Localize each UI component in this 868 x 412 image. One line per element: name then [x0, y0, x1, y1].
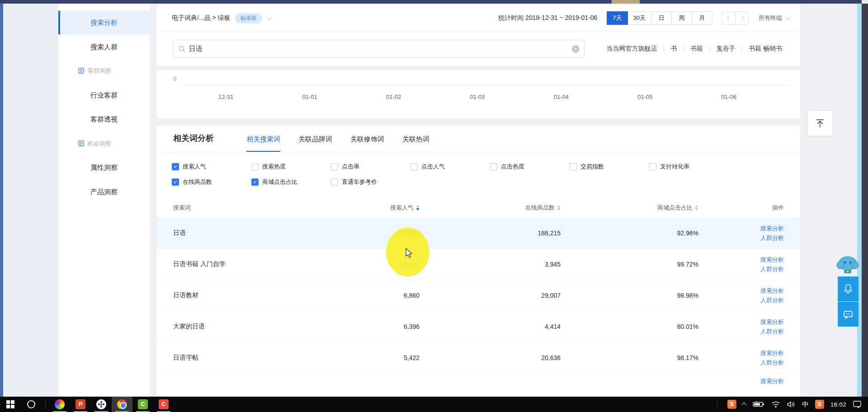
search-input[interactable] — [189, 45, 568, 53]
x-axis-tick: 01-05 — [603, 94, 687, 100]
sogou-icon: S — [815, 400, 824, 409]
col-mall-ratio[interactable]: 商城点击占比 — [561, 204, 698, 212]
y-axis-tick-zero: 0 — [173, 75, 176, 82]
range-button[interactable]: 月 — [692, 11, 712, 25]
breadcrumb-row: 电子词典/...品 > 绿板 标准版 统计时间 2018-12-31 ~ 201… — [157, 5, 800, 32]
tab[interactable]: 关联热词 — [402, 135, 429, 152]
metric-checkbox[interactable]: ✓ 支付转化率 — [649, 163, 729, 171]
media-app-button[interactable] — [91, 397, 112, 412]
crowd-analysis-link[interactable]: 人群分析 — [760, 265, 784, 273]
chevron-down-icon[interactable] — [266, 15, 271, 20]
metric-checkbox[interactable]: ✓ 商城点击占比 — [251, 178, 331, 186]
table-row[interactable]: 日语教材 6,860 29,007 98.98% 搜索分析 人群分析 — [157, 280, 800, 311]
metric-label: 点击率 — [342, 163, 359, 171]
camtasia-recorder-button[interactable]: C — [153, 397, 174, 412]
range-button[interactable]: 日 — [651, 11, 672, 25]
cortana-button[interactable] — [21, 397, 42, 412]
metric-checkbox[interactable]: ✓ 点击人气 — [410, 163, 490, 171]
crowd-analysis-link[interactable]: 人群分析 — [760, 328, 784, 336]
customer-service-chat-button[interactable] — [838, 302, 859, 327]
version-badge[interactable]: 标准版 — [235, 13, 262, 23]
action-center-button[interactable] — [853, 400, 862, 408]
back-to-top-button[interactable] — [807, 111, 833, 136]
cell-ratio: 99.72% — [561, 261, 698, 268]
quick-links: 当当网官方旗舰店| 书| 书籍| 鬼谷子| 书籍 畅销书| — [607, 45, 782, 53]
quick-link[interactable]: 书 — [670, 45, 677, 53]
prev-range-button[interactable] — [722, 11, 736, 25]
chevron-up-icon — [741, 403, 746, 407]
table-header: 搜索词 搜索人气 在线商品数 商城点击占比 操作 — [157, 198, 800, 218]
sidebar-item[interactable]: 客群透视 — [58, 107, 150, 131]
notification-bell-button[interactable] — [838, 276, 859, 301]
quick-link[interactable]: 鬼谷子 — [716, 45, 735, 53]
wifi-button[interactable] — [771, 401, 780, 408]
sidebar-item[interactable]: 客群洞察 — [58, 59, 150, 83]
tab[interactable]: 关联修饰词 — [350, 135, 384, 152]
col-products[interactable]: 在线商品数 — [420, 204, 561, 212]
sort-icon — [695, 205, 698, 211]
search-analysis-link[interactable]: 搜索分析 — [760, 318, 784, 326]
search-icon — [179, 46, 186, 53]
metric-checkbox[interactable]: ✓ 直通车参考价 — [331, 178, 410, 186]
next-range-button[interactable] — [735, 11, 749, 25]
x-axis-tick: 01-01 — [268, 94, 351, 100]
sidebar-item[interactable]: 产品洞察 — [58, 180, 150, 204]
related-words-card: 相关词分析 相关搜索词 关联品牌词 关联修饰词 关联热词 ✓ 搜索人气 — [157, 126, 800, 397]
metric-checkbox[interactable]: ✓ 点击热度 — [490, 163, 570, 171]
crowd-analysis-link[interactable]: 人群分析 — [760, 234, 784, 242]
sidebar-item[interactable]: 行业客群 — [58, 83, 150, 108]
sidebar-item[interactable]: 搜索分析 — [58, 10, 150, 35]
ime-indicator[interactable]: 中 — [802, 400, 809, 409]
metric-checkbox[interactable]: ✓ 搜索人气 — [172, 163, 251, 171]
sidebar-item[interactable]: 机会洞察 — [58, 131, 150, 156]
range-button[interactable]: 7天 — [607, 11, 627, 25]
sogou-tray-button[interactable]: S — [727, 400, 736, 409]
cell-keyword: 日语 — [173, 229, 322, 237]
tab[interactable]: 关联品牌词 — [298, 135, 332, 152]
chrome-app-button[interactable] — [112, 397, 132, 412]
table-row[interactable]: 日语 10,994 188,215 92.96% 搜索分析 人群分析 — [157, 218, 800, 249]
table-row[interactable]: 日语书籍 入门自学 10,480 3,945 99.72% 搜索分析 人群分析 — [157, 249, 800, 280]
search-analysis-link[interactable]: 搜索分析 — [760, 225, 784, 233]
sidebar-item[interactable]: 搜索人群 — [58, 35, 150, 59]
battery-button[interactable] — [753, 401, 765, 407]
metric-label: 支付转化率 — [660, 163, 689, 171]
search-analysis-link[interactable]: 搜索分析 — [760, 377, 784, 385]
sidebar-item[interactable]: 属性洞察 — [58, 155, 150, 180]
range-button[interactable]: 30天 — [627, 11, 651, 25]
x-axis-tick: 01-02 — [352, 94, 435, 100]
camtasia-app-button[interactable]: C — [132, 397, 153, 412]
time-controls: 统计时间 2018-12-31 ~ 2019-01-06 7天 30天 日 周 … — [498, 11, 789, 25]
start-button[interactable] — [0, 397, 21, 412]
cell-popularity: 6,860 — [322, 292, 420, 299]
clear-search-icon[interactable]: × — [572, 45, 580, 53]
metric-checkbox[interactable]: ✓ 搜索热度 — [251, 163, 331, 171]
photos-app-button[interactable] — [49, 397, 70, 412]
volume-button[interactable] — [787, 401, 796, 408]
metric-checkbox[interactable]: ✓ 在线商品数 — [172, 178, 251, 186]
table-row[interactable]: 日语字帖 5,422 20,636 98.17% 搜索分析 人群分析 — [157, 342, 800, 374]
crowd-analysis-link[interactable]: 人群分析 — [760, 296, 784, 304]
metric-checkbox[interactable]: ✓ 交易指数 — [570, 163, 649, 171]
quick-link[interactable]: 书籍 — [690, 45, 703, 53]
search-analysis-link[interactable]: 搜索分析 — [760, 256, 784, 264]
table-row[interactable]: 大家的日语 6,396 4,414 80.01% 搜索分析 人群分析 — [157, 311, 800, 342]
quick-link[interactable]: 书籍 畅销书 — [749, 45, 782, 53]
cell-products: 20,636 — [420, 354, 561, 361]
col-popularity[interactable]: 搜索人气 — [322, 204, 420, 212]
sogou-tray-button-2[interactable]: S — [815, 400, 824, 409]
search-analysis-link[interactable]: 搜索分析 — [760, 287, 784, 295]
search-analysis-link[interactable]: 搜索分析 — [760, 349, 784, 357]
checkbox-icon: ✓ — [570, 163, 577, 170]
quick-link[interactable]: 当当网官方旗舰店 — [607, 45, 657, 53]
tab[interactable]: 相关搜索词 — [246, 135, 280, 152]
tray-expand-button[interactable] — [743, 403, 746, 406]
metric-checkbox[interactable]: ✓ 点击率 — [331, 163, 410, 171]
breadcrumb[interactable]: 电子词典/...品 > 绿板 — [172, 14, 231, 22]
crowd-analysis-link[interactable]: 人群分析 — [760, 359, 784, 367]
checkbox-icon: ✓ — [251, 163, 259, 170]
powerpoint-app-button[interactable]: P — [70, 397, 91, 412]
range-button[interactable]: 周 — [671, 11, 692, 25]
terminal-filter[interactable]: 所有终端 — [759, 14, 789, 22]
clock[interactable]: 16:02 — [830, 401, 846, 408]
